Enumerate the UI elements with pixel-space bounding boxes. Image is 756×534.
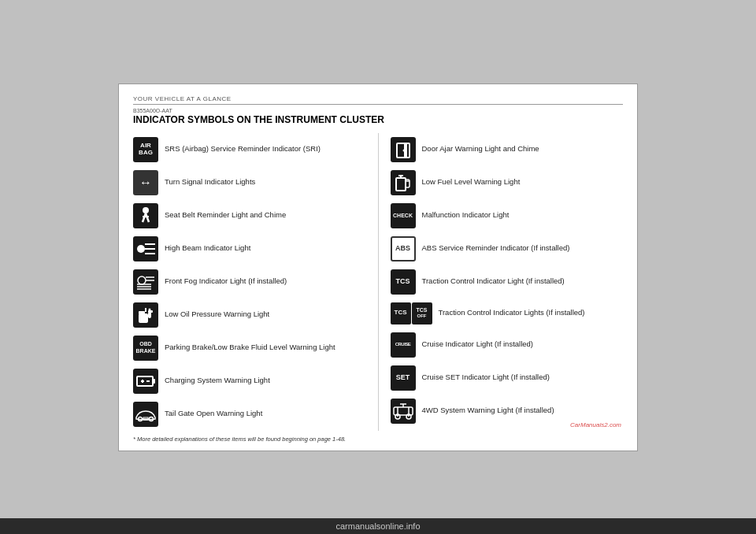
svg-rect-17 bbox=[148, 310, 153, 313]
svg-point-31 bbox=[402, 149, 405, 151]
oil-icon bbox=[133, 302, 158, 328]
svg-point-18 bbox=[149, 308, 151, 310]
brake-icon: OBDBRAKE bbox=[133, 336, 158, 361]
list-item: CHECK Malfunction Indicator Light bbox=[391, 199, 624, 232]
fuel-label: Low Fuel Level Warning Light bbox=[422, 177, 521, 187]
list-item: Charging System Warning Light bbox=[133, 365, 366, 398]
list-item: TCS TCSOFF Traction Control Indicator Li… bbox=[391, 299, 624, 328]
4wd-label: 4WD System Warning Light (If installed) bbox=[422, 406, 554, 415]
svg-rect-37 bbox=[394, 407, 413, 415]
list-item: AIRBAG SRS (Airbag) Service Reminder Ind… bbox=[133, 133, 366, 166]
list-item: Low Fuel Level Warning Light bbox=[391, 166, 624, 199]
airbag-icon: AIRBAG bbox=[133, 137, 158, 162]
svg-rect-32 bbox=[396, 178, 406, 191]
fuel-icon bbox=[391, 170, 416, 195]
tcs2-icon: TCS TCSOFF bbox=[391, 302, 432, 324]
svg-rect-15 bbox=[139, 311, 145, 314]
check-icon: CHECK bbox=[391, 203, 416, 228]
set-label: Cruise SET Indicator Light (If installed… bbox=[422, 373, 550, 382]
set-icon: SET bbox=[391, 365, 416, 391]
door-label: Door Ajar Warning Light and Chime bbox=[422, 144, 539, 154]
list-item: Low Oil Pressure Warning Light bbox=[133, 299, 366, 332]
list-item: ↔ Turn Signal Indicator Lights bbox=[133, 166, 366, 199]
list-item: OBDBRAKE Parking Brake/Low Brake Fluid L… bbox=[133, 332, 366, 365]
svg-rect-14 bbox=[139, 313, 148, 323]
svg-point-0 bbox=[143, 207, 149, 213]
highbeam-label: High Beam Indicator Light bbox=[165, 243, 250, 253]
section-header: YOUR VEHICLE AT A GLANCE bbox=[133, 95, 623, 105]
list-item: SET Cruise SET Indicator Light (If insta… bbox=[391, 362, 624, 395]
airbag-label: SRS (Airbag) Service Reminder Indicator … bbox=[165, 144, 321, 154]
brake-label: Parking Brake/Low Brake Fluid Level Warn… bbox=[165, 343, 335, 352]
battery-icon bbox=[133, 369, 158, 394]
bottom-bar: carmanualsonline.info bbox=[0, 518, 756, 534]
svg-rect-21 bbox=[153, 379, 155, 384]
highbeam-icon bbox=[133, 236, 158, 261]
tailgate-icon bbox=[133, 402, 158, 427]
left-column: AIRBAG SRS (Airbag) Service Reminder Ind… bbox=[133, 133, 366, 431]
tailgate-label: Tail Gate Open Warning Light bbox=[165, 409, 262, 418]
svg-point-8 bbox=[138, 276, 146, 284]
door-icon bbox=[391, 137, 416, 162]
seatbelt-icon bbox=[133, 203, 158, 228]
footnote: * More detailed explanations of these it… bbox=[133, 436, 623, 443]
abs-label: ABS Service Reminder Indicator (If insta… bbox=[422, 243, 570, 253]
turn-signal-icon: ↔ bbox=[133, 170, 158, 195]
list-item: CRUISE Cruise Indicator Light (If instal… bbox=[391, 328, 624, 362]
watermark: CarManuals2.com bbox=[570, 421, 621, 428]
svg-rect-19 bbox=[145, 308, 146, 312]
svg-line-2 bbox=[146, 213, 149, 222]
fog-icon bbox=[133, 269, 158, 295]
list-item: ABS ABS Service Reminder Indicator (If i… bbox=[391, 232, 624, 265]
svg-rect-20 bbox=[137, 376, 153, 386]
tcs1-label: Traction Control Indicator Light (If ins… bbox=[422, 276, 565, 286]
column-divider bbox=[378, 133, 379, 431]
list-item: Tail Gate Open Warning Light bbox=[133, 398, 366, 431]
list-item: Front Fog Indicator Light (If installed) bbox=[133, 265, 366, 299]
battery-label: Charging System Warning Light bbox=[165, 376, 270, 385]
svg-point-4 bbox=[137, 245, 145, 253]
main-content: AIRBAG SRS (Airbag) Service Reminder Ind… bbox=[133, 133, 623, 431]
tcs2-label: Traction Control Indicator Lights (If in… bbox=[439, 308, 585, 317]
tcs1-icon: TCS bbox=[391, 269, 416, 295]
list-item: TCS Traction Control Indicator Light (If… bbox=[391, 265, 624, 299]
abs-icon: ABS bbox=[391, 236, 416, 261]
cruise-icon: CRUISE bbox=[391, 332, 416, 358]
oil-label: Low Oil Pressure Warning Light bbox=[165, 310, 269, 319]
seatbelt-label: Seat Belt Reminder Light and Chime bbox=[165, 210, 286, 220]
turn-signal-label: Turn Signal Indicator Lights bbox=[165, 177, 255, 187]
4wd-icon bbox=[391, 399, 416, 424]
check-label: Malfunction Indicator Light bbox=[422, 210, 510, 220]
list-item: Seat Belt Reminder Light and Chime bbox=[133, 199, 366, 232]
doc-id: B355A00O-AAT bbox=[133, 108, 623, 113]
fog-label: Front Fog Indicator Light (If installed) bbox=[165, 276, 287, 286]
document-container: YOUR VEHICLE AT A GLANCE B355A00O-AAT IN… bbox=[118, 83, 638, 451]
list-item: High Beam Indicator Light bbox=[133, 232, 366, 265]
page-title: INDICATOR SYMBOLS ON THE INSTRUMENT CLUS… bbox=[133, 114, 623, 125]
list-item: Door Ajar Warning Light and Chime bbox=[391, 133, 624, 166]
right-column: Door Ajar Warning Light and Chime Low F bbox=[391, 133, 624, 431]
cruise-label: Cruise Indicator Light (If installed) bbox=[422, 339, 534, 349]
svg-rect-16 bbox=[148, 312, 151, 318]
